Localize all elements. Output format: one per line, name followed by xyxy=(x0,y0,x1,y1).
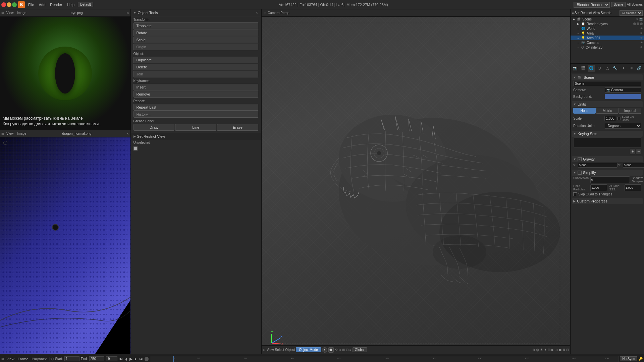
keying-sets-header[interactable]: ▼ Keying Sets xyxy=(572,131,643,137)
prop-constraints-icon[interactable]: 🔗 xyxy=(636,65,643,72)
timeline-frames[interactable]: 0 10 20 30 40 110 130 150 170 190 250 xyxy=(150,356,619,362)
outliner-world[interactable]: – 🌐 World 👁 xyxy=(571,26,644,31)
outliner-scene[interactable]: ▶ 🎬 Scene 👁 📷 xyxy=(571,17,644,21)
duplicate-btn[interactable]: Duplicate xyxy=(133,57,259,63)
camera-eye[interactable]: 👁 xyxy=(640,41,643,44)
image-menu-top[interactable]: Image xyxy=(16,11,28,15)
draw-btn[interactable]: Draw xyxy=(133,124,175,131)
play-btn[interactable]: ▶ xyxy=(129,357,132,361)
rotation-units-select[interactable]: Degrees Radians xyxy=(605,123,641,129)
subdivision-input[interactable] xyxy=(590,176,630,183)
simplify-checkbox[interactable] xyxy=(578,171,582,175)
scale-btn[interactable]: Scale xyxy=(133,37,259,43)
ks-add-btn[interactable]: + xyxy=(630,149,635,154)
separate-units-checkbox[interactable] xyxy=(618,117,621,120)
menu-add[interactable]: Add xyxy=(37,2,48,7)
repeat-last-btn[interactable]: Repeat Last xyxy=(133,104,259,111)
gravity-header[interactable]: ▼ ✓ Gravity xyxy=(572,156,643,162)
outliner-renderlayers[interactable]: ▶ 📋 RenderLayers xyxy=(571,21,644,26)
view-menu-top[interactable]: View xyxy=(5,11,15,15)
vbt-right6[interactable]: ▶ xyxy=(551,348,554,352)
simplify-header[interactable]: ▼ Simplify xyxy=(572,170,643,176)
menu-render[interactable]: Render xyxy=(48,2,64,7)
tl-frame-btn[interactable]: Frame xyxy=(17,357,30,361)
vbt-right3[interactable]: ☀ xyxy=(540,348,543,352)
scene-name-input[interactable]: Scene xyxy=(573,81,641,86)
unselected-color-swatch[interactable] xyxy=(133,146,138,150)
cyl-eye[interactable]: 👁 xyxy=(640,46,643,49)
vbt-icon1[interactable]: ⟲ xyxy=(335,348,337,352)
search-btn[interactable]: Search xyxy=(601,11,611,15)
background-color-field[interactable] xyxy=(605,94,641,99)
vbt-icon4[interactable]: ⊡ xyxy=(346,348,348,352)
end-frame-input[interactable] xyxy=(89,356,104,361)
erase-btn[interactable]: Erase xyxy=(217,124,258,131)
engine-select[interactable]: Blender Render Cycles Render Blender Gam… xyxy=(574,2,610,8)
units-imperial-tab[interactable]: Imperial xyxy=(619,108,641,114)
ao-sss-input[interactable] xyxy=(625,184,641,191)
scene-select[interactable]: Scene xyxy=(611,2,625,7)
next-frame-btn[interactable]: ⏵ xyxy=(134,357,138,361)
join-btn[interactable]: Join xyxy=(133,71,259,77)
outliner-area001[interactable]: – 💡 Area.001 👁 xyxy=(571,36,644,40)
units-metric-tab[interactable]: Metric xyxy=(596,108,619,114)
gravity-checkbox[interactable]: ✓ xyxy=(578,157,582,161)
layout-select[interactable]: Default xyxy=(78,2,93,7)
area001-eye[interactable]: 👁 xyxy=(640,37,643,40)
vbt-icon5[interactable]: ≡ xyxy=(350,348,352,352)
sync-btn[interactable]: No Sync xyxy=(620,356,637,361)
outliner-area[interactable]: – 💡 Area 👁 xyxy=(571,31,644,36)
line-btn[interactable]: Line xyxy=(175,124,216,131)
vbt-right8[interactable]: ◼ xyxy=(559,348,561,352)
menu-file[interactable]: File xyxy=(26,2,36,7)
prev-frame-btn[interactable]: ⏴ xyxy=(124,357,128,361)
close-top-icon[interactable]: ✕ xyxy=(126,11,129,15)
prop-render-icon[interactable]: 📷 xyxy=(572,65,579,72)
remove-btn[interactable]: Remove xyxy=(133,91,259,98)
prop-mesh-icon[interactable]: △ xyxy=(604,65,611,72)
skip-quad-checkbox[interactable] xyxy=(573,192,577,196)
vbt-right9[interactable]: ⊠ xyxy=(562,348,565,352)
vbt-right5[interactable]: ⊞ xyxy=(548,348,550,352)
vbt-right1[interactable]: ⊕ xyxy=(532,348,535,352)
solid-mode-icon[interactable]: ⬤ xyxy=(328,347,334,353)
delete-btn[interactable]: Delete xyxy=(133,64,259,70)
units-none-tab[interactable]: None xyxy=(573,108,596,114)
window-minimize-btn[interactable] xyxy=(7,2,11,7)
object-mode-btn[interactable]: Object Mode xyxy=(296,347,321,352)
select-menu-3d[interactable]: Select xyxy=(275,348,284,352)
render-mode-icon[interactable]: ● xyxy=(322,347,327,353)
vbt-right4[interactable]: ✦ xyxy=(544,348,547,352)
outliner-cylinder[interactable]: – ⬡ Cylinder.26 👁 xyxy=(571,45,644,50)
current-frame-input[interactable] xyxy=(106,356,117,361)
area-eye[interactable]: 👁 xyxy=(640,32,643,35)
all-scenes-select[interactable]: All Scenes xyxy=(620,10,643,16)
scene-eye-icon[interactable]: 👁 xyxy=(636,18,639,21)
view-btn[interactable]: Set Restrict View xyxy=(575,11,600,15)
origin-btn[interactable]: Origin xyxy=(133,44,259,50)
scale-input[interactable]: 1.000 xyxy=(604,116,616,121)
close-bottom-icon[interactable]: ✕ xyxy=(126,132,129,135)
window-maximize-btn[interactable] xyxy=(12,2,17,7)
view-menu-3d[interactable]: View xyxy=(267,348,274,352)
world-eye[interactable]: 👁 xyxy=(640,27,643,30)
vbt-right2[interactable]: ◎ xyxy=(536,348,539,352)
tl-keying-icon[interactable]: 🔑 xyxy=(639,357,643,361)
rotate-btn[interactable]: Rotate xyxy=(133,29,259,36)
ks-remove-btn[interactable]: – xyxy=(636,149,641,154)
tl-view-btn[interactable]: View xyxy=(5,357,15,361)
prop-world-icon[interactable]: 🌐 xyxy=(588,65,595,72)
prop-modifier-icon[interactable]: 🔧 xyxy=(612,65,619,72)
jump-start-btn[interactable]: ⏮ xyxy=(119,357,123,361)
grav-y-input[interactable]: 0.000 xyxy=(623,163,644,168)
close-tools-icon[interactable]: ✕ xyxy=(256,11,258,14)
vbt-icon2[interactable]: ⊕ xyxy=(338,348,341,352)
vbt-right10[interactable]: ⊟ xyxy=(566,348,569,352)
translate-btn[interactable]: Translate xyxy=(133,22,259,29)
grav-x-input[interactable]: 0.000 xyxy=(578,163,618,168)
insert-btn[interactable]: Insert xyxy=(133,84,259,90)
scene-render-icon[interactable]: 📷 xyxy=(639,18,643,21)
vbt-icon3[interactable]: ⊞ xyxy=(342,348,345,352)
custom-props-header[interactable]: ▶ Custom Properties xyxy=(572,198,643,204)
start-frame-input[interactable] xyxy=(64,356,79,361)
